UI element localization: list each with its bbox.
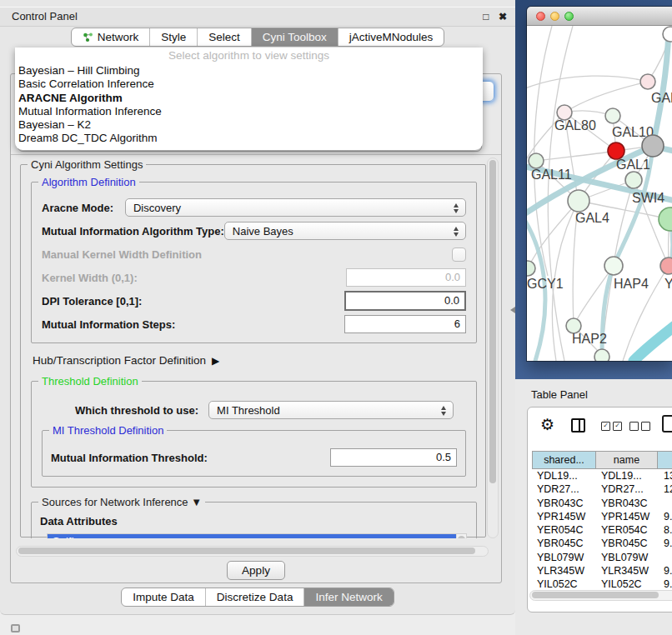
column-header-shared-name[interactable]: shared... bbox=[532, 451, 596, 469]
column-header-name[interactable]: name bbox=[595, 451, 658, 469]
algorithm-option[interactable]: Dream8 DC_TDC Algorithm bbox=[15, 132, 483, 145]
table-cell[interactable]: YIL052C bbox=[532, 578, 596, 590]
mi-threshold-input[interactable]: 0.5 bbox=[330, 448, 457, 467]
algorithm-option[interactable]: Mutual Information Inference bbox=[15, 105, 483, 118]
hub-definition-expander[interactable]: Hub/Transcription Factor Definition ▶ bbox=[33, 354, 485, 367]
table-row[interactable]: YLR345WYLR345W9. bbox=[532, 564, 672, 578]
tab-impute-data[interactable]: Impute Data bbox=[122, 588, 206, 606]
table-cell[interactable]: YBR045C bbox=[596, 537, 659, 550]
table-horizontal-scrollbar[interactable] bbox=[529, 590, 672, 601]
minimize-traffic-light-icon[interactable] bbox=[550, 12, 559, 21]
mi-algorithm-type-select[interactable]: Naive Bayes bbox=[224, 222, 466, 240]
network-canvas[interactable]: GALGAL80GAL10GAL1GAL11SWI4GAL4GCY1HAP4YH… bbox=[527, 26, 672, 361]
table-row[interactable]: YBR043CYBR043C bbox=[532, 497, 672, 510]
tab-select[interactable]: Select bbox=[198, 28, 252, 46]
table-cell[interactable]: YBR043C bbox=[596, 497, 659, 510]
table-cell[interactable]: YER054C bbox=[532, 523, 596, 537]
network-node-y[interactable] bbox=[660, 258, 672, 274]
settings-horizontal-scrollbar[interactable] bbox=[16, 546, 489, 557]
algorithm-option[interactable]: Bayesian – K2 bbox=[15, 118, 483, 132]
table-cell[interactable]: YDL19... bbox=[532, 469, 596, 482]
list-scrollbar[interactable] bbox=[456, 534, 466, 538]
algorithm-option[interactable]: Basic Correlation Inference bbox=[15, 78, 483, 91]
table-row[interactable]: YBL079WYBL079W bbox=[532, 551, 672, 564]
collapse-caret-icon[interactable]: ▼ bbox=[191, 496, 202, 508]
apply-button[interactable]: Apply bbox=[227, 561, 285, 580]
table-row[interactable]: YBR045CYBR045C9. bbox=[532, 537, 672, 550]
close-icon[interactable]: ✖ bbox=[499, 11, 507, 22]
manual-kernel-width-checkbox[interactable] bbox=[452, 248, 466, 262]
table-cell[interactable]: YLR345W bbox=[596, 564, 659, 578]
tab-jactivemnodules[interactable]: jActiveMNodules bbox=[339, 28, 444, 46]
table-cell[interactable]: YPR145W bbox=[532, 510, 596, 523]
algorithm-option[interactable]: ARACNE Algorithm bbox=[15, 92, 483, 105]
table-cell[interactable]: YIL052C bbox=[596, 578, 659, 590]
network-node-gal4[interactable] bbox=[568, 190, 589, 212]
table-row[interactable]: YDR27...YDR27...12 bbox=[532, 482, 672, 496]
deselect-all-columns-icon[interactable] bbox=[629, 422, 650, 431]
zoom-traffic-light-icon[interactable] bbox=[564, 12, 574, 21]
network-node[interactable] bbox=[659, 208, 672, 231]
sources-group: Sources for Network Inference ▼ Data Att… bbox=[31, 502, 477, 538]
select-all-columns-icon[interactable]: ✓✓ bbox=[601, 422, 622, 431]
tab-discretize-data[interactable]: Discretize Data bbox=[206, 588, 305, 606]
kernel-width-input[interactable]: 0.0 bbox=[346, 268, 466, 287]
split-columns-icon[interactable] bbox=[571, 418, 585, 432]
network-node[interactable] bbox=[594, 349, 609, 361]
close-traffic-light-icon[interactable] bbox=[536, 12, 545, 21]
aracne-mode-select[interactable]: Discovery bbox=[125, 198, 466, 217]
table-cell[interactable]: YLR345W bbox=[532, 564, 596, 578]
settings-gear-icon[interactable]: ⚙ bbox=[540, 417, 554, 433]
table-cell[interactable]: YDL19... bbox=[596, 469, 659, 482]
table-cell[interactable] bbox=[659, 551, 672, 564]
network-node-hap4[interactable] bbox=[604, 257, 623, 275]
float-window-icon[interactable]: □ bbox=[483, 11, 489, 22]
network-node-gal10[interactable] bbox=[605, 108, 620, 123]
mi-steps-input[interactable]: 6 bbox=[344, 315, 466, 333]
dpi-tolerance-input[interactable]: 0.0 bbox=[344, 291, 466, 311]
table-row[interactable]: YIL052CYIL052C9. bbox=[532, 578, 672, 590]
settings-vertical-scrollbar[interactable] bbox=[487, 158, 499, 538]
data-attributes-list[interactable]: SelfLoopsTopologicalCoefficientBetweenne… bbox=[47, 533, 467, 538]
network-node[interactable] bbox=[642, 135, 664, 157]
table-cell[interactable]: 9. bbox=[659, 564, 672, 578]
table-cell[interactable]: 8. bbox=[659, 523, 672, 537]
function-builder-icon[interactable] bbox=[662, 415, 672, 432]
table-cell[interactable]: YBL079W bbox=[596, 551, 659, 564]
network-view-window[interactable]: GALGAL80GAL10GAL1GAL11SWI4GAL4GCY1HAP4YH… bbox=[527, 7, 672, 361]
tab-network[interactable]: Network bbox=[72, 28, 151, 46]
table-cell[interactable]: 12 bbox=[659, 482, 672, 496]
algorithm-option[interactable]: Bayesian – Hill Climbing bbox=[15, 64, 483, 78]
table-cell[interactable]: 9. bbox=[659, 510, 672, 523]
table-cell[interactable]: YER054C bbox=[596, 523, 659, 537]
table-cell[interactable]: YPR145W bbox=[596, 510, 659, 523]
network-node-gal1[interactable] bbox=[608, 142, 624, 159]
minimized-panel-icon[interactable] bbox=[11, 624, 20, 632]
network-window-titlebar[interactable] bbox=[527, 7, 672, 26]
tab-cyni-toolbox[interactable]: Cyni Toolbox bbox=[252, 28, 339, 46]
column-header-partial[interactable] bbox=[657, 451, 672, 469]
network-node[interactable] bbox=[663, 27, 672, 42]
table-row[interactable]: YDL19...YDL19...13 bbox=[532, 469, 672, 482]
group-title: MI Threshold Definition bbox=[49, 424, 167, 437]
table-cell[interactable] bbox=[659, 497, 672, 510]
tab-style[interactable]: Style bbox=[150, 28, 198, 46]
table-cell[interactable]: YDR27... bbox=[532, 482, 596, 496]
network-node-gal[interactable] bbox=[640, 74, 655, 89]
network-node-gcy1[interactable] bbox=[527, 261, 535, 276]
which-threshold-select[interactable]: MI Threshold bbox=[208, 401, 454, 419]
network-node-label: GAL bbox=[651, 91, 672, 105]
network-node-gal11[interactable] bbox=[529, 153, 544, 168]
table-cell[interactable]: YBL079W bbox=[532, 551, 596, 564]
attribute-list-item[interactable]: SelfLoops bbox=[48, 534, 460, 538]
table-cell[interactable]: YBR043C bbox=[532, 497, 596, 510]
table-cell[interactable]: YBR045C bbox=[532, 537, 596, 550]
table-row[interactable]: YPR145WYPR145W9. bbox=[532, 510, 672, 523]
table-cell[interactable]: 13 bbox=[659, 469, 672, 482]
table-cell[interactable]: 9. bbox=[659, 578, 672, 590]
table-cell[interactable]: YDR27... bbox=[596, 482, 659, 496]
network-node-swi4[interactable] bbox=[625, 172, 642, 188]
table-cell[interactable]: 9. bbox=[659, 537, 672, 550]
table-row[interactable]: YER054CYER054C8. bbox=[532, 523, 672, 537]
tab-infer-network[interactable]: Infer Network bbox=[304, 588, 393, 606]
